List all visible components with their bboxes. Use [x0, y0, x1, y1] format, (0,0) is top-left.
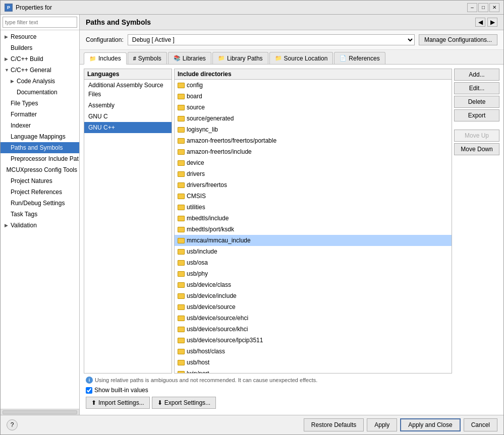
panel-header: Paths and Symbols ◀ ▶	[80, 15, 503, 30]
sidebar-item-validation[interactable]: ▶ Validation	[1, 220, 79, 231]
dir-item-source[interactable]: source	[175, 102, 452, 113]
show-builtin-checkbox[interactable]	[86, 387, 92, 394]
dir-item-usb-osa[interactable]: usb/osa	[175, 257, 452, 268]
dir-item-usb-host[interactable]: usb/host	[175, 357, 452, 368]
tab-source-location-icon: 📁	[275, 55, 282, 61]
lang-item-gnu-cpp[interactable]: GNU C++	[84, 122, 172, 133]
sidebar-item-language-mappings[interactable]: Language Mappings	[1, 131, 79, 142]
sidebar-item-formatter[interactable]: Formatter	[1, 109, 79, 120]
dir-item-amazon-portable[interactable]: amazon-freertos/freertos/portable	[175, 135, 452, 146]
sidebar-item-resource[interactable]: ▶ Resource	[1, 31, 79, 42]
dir-item-amazon-include[interactable]: amazon-freertos/include	[175, 146, 452, 157]
sidebar-item-file-types[interactable]: File Types	[1, 98, 79, 109]
config-select[interactable]: Debug [ Active ]	[128, 34, 415, 45]
dir-item-mbedtls-ksdk[interactable]: mbedtls/port/ksdk	[175, 224, 452, 235]
dir-label: usb/osa	[187, 258, 208, 267]
minimize-button[interactable]: –	[467, 3, 477, 12]
tab-symbols-label: Symbols	[138, 55, 161, 62]
filter-input[interactable]	[3, 17, 77, 28]
show-builtin-label: Show built-in values	[94, 387, 148, 394]
dir-item-config[interactable]: config	[175, 80, 452, 91]
dir-item-usb-device-ehci[interactable]: usb/device/source/ehci	[175, 313, 452, 324]
dir-item-usb-include[interactable]: usb/include	[175, 246, 452, 257]
sidebar-item-paths-symbols[interactable]: Paths and Symbols	[1, 142, 79, 153]
help-button[interactable]: ?	[7, 419, 18, 430]
sidebar-item-builders[interactable]: Builders	[1, 42, 79, 53]
dir-item-cmsis[interactable]: CMSIS	[175, 191, 452, 202]
sidebar-item-code-analysis[interactable]: ▶ Code Analysis	[1, 76, 79, 87]
add-button[interactable]: Add...	[454, 69, 499, 81]
manage-configs-button[interactable]: Manage Configurations...	[419, 34, 497, 45]
apply-close-button[interactable]: Apply and Close	[400, 418, 460, 431]
dir-item-usb-device-source[interactable]: usb/device/source	[175, 301, 452, 313]
tab-libraries-label: Libraries	[183, 55, 206, 62]
dir-item-board[interactable]: board	[175, 91, 452, 102]
export-settings-button[interactable]: ⬇ Export Settings...	[152, 397, 216, 409]
dir-item-usb-device-lpcip[interactable]: usb/device/source/lpcip3511	[175, 335, 452, 346]
sidebar-item-project-references[interactable]: Project References	[1, 187, 79, 198]
tab-symbols[interactable]: # Symbols	[128, 52, 167, 64]
panels-row: Languages Additional Assembly Source Fil…	[84, 69, 499, 374]
tab-library-paths-icon: 📁	[218, 55, 225, 61]
dir-item-device[interactable]: device	[175, 157, 452, 168]
sidebar-item-label: Indexer	[11, 121, 31, 130]
lang-item-assembly-source[interactable]: Additional Assembly Source Files	[84, 80, 172, 100]
spacer	[454, 123, 499, 128]
export-icon: ⬇	[157, 399, 162, 406]
import-label: Import Settings...	[98, 399, 144, 406]
dir-item-mbedtls-include[interactable]: mbedtls/include	[175, 213, 452, 224]
edit-button[interactable]: Edit...	[454, 82, 499, 94]
sidebar-item-label: Project References	[11, 188, 62, 197]
sidebar-item-task-tags[interactable]: Task Tags	[1, 209, 79, 220]
dir-item-lwip-port[interactable]: lwip/port	[175, 368, 452, 374]
tab-libraries[interactable]: 📚 Libraries	[168, 52, 211, 64]
tab-source-location[interactable]: 📁 Source Location	[269, 52, 333, 64]
dir-item-mmcau[interactable]: mmcau/mmcau_include	[175, 235, 452, 246]
sidebar-item-documentation[interactable]: Documentation	[1, 87, 79, 98]
sidebar-filter	[1, 15, 79, 30]
sidebar-item-cxx-build[interactable]: ▶ C/C++ Build	[1, 53, 79, 65]
lang-item-assembly[interactable]: Assembly	[84, 100, 172, 111]
cancel-button[interactable]: Cancel	[464, 418, 497, 431]
close-button[interactable]: ✕	[489, 3, 499, 12]
sidebar-item-mcuxpresso[interactable]: MCUXpresso Config Tools	[1, 164, 79, 175]
sidebar-item-run-debug[interactable]: Run/Debug Settings	[1, 198, 79, 209]
dir-label: device	[187, 158, 204, 167]
sidebar-item-indexer[interactable]: Indexer	[1, 120, 79, 131]
sidebar-item-preprocessor[interactable]: Preprocessor Include Pat	[1, 153, 79, 164]
dir-item-source-generated[interactable]: source/generated	[175, 113, 452, 124]
dir-item-logisync[interactable]: logisync_lib	[175, 124, 452, 135]
import-settings-button[interactable]: ⬆ Import Settings...	[86, 397, 150, 409]
dir-label: usb/host	[187, 358, 209, 367]
app-icon: P	[5, 4, 13, 12]
tab-references[interactable]: 📄 References	[334, 52, 385, 64]
tab-includes[interactable]: 📁 Includes	[84, 52, 127, 65]
dir-item-usb-device-khci[interactable]: usb/device/source/khci	[175, 324, 452, 335]
dir-item-usb-phy[interactable]: usb/phy	[175, 268, 452, 279]
apply-button[interactable]: Apply	[367, 418, 397, 431]
sidebar-item-cxx-general[interactable]: ▼ C/C++ General	[1, 65, 79, 76]
delete-button[interactable]: Delete	[454, 96, 499, 108]
tab-library-paths[interactable]: 📁 Library Paths	[212, 52, 268, 64]
maximize-button[interactable]: □	[478, 3, 488, 12]
dir-item-usb-device-include[interactable]: usb/device/include	[175, 290, 452, 301]
config-label: Configuration:	[86, 36, 124, 43]
sidebar-item-project-natures[interactable]: Project Natures	[1, 175, 79, 187]
dir-item-utilities[interactable]: utilities	[175, 202, 452, 213]
lang-item-gnu-c[interactable]: GNU C	[84, 111, 172, 122]
move-up-button[interactable]: Move Up	[454, 130, 499, 142]
dir-item-drivers[interactable]: drivers	[175, 168, 452, 179]
sidebar-item-label: Validation	[11, 221, 37, 230]
back-button[interactable]: ◀	[475, 18, 485, 27]
export-button[interactable]: Export	[454, 109, 499, 121]
move-down-button[interactable]: Move Down	[454, 143, 499, 155]
dir-item-usb-device-class[interactable]: usb/device/class	[175, 279, 452, 290]
sidebar-scrollbar[interactable]	[1, 409, 79, 415]
forward-button[interactable]: ▶	[487, 18, 497, 27]
folder-icon	[178, 194, 185, 199]
dir-item-drivers-freertos[interactable]: drivers/freertos	[175, 179, 452, 191]
sidebar-item-label: C/C++ Build	[11, 54, 43, 64]
directories-header: Include directories	[175, 69, 452, 80]
restore-defaults-button[interactable]: Restore Defaults	[304, 418, 364, 431]
dir-item-usb-host-class[interactable]: usb/host/class	[175, 346, 452, 357]
